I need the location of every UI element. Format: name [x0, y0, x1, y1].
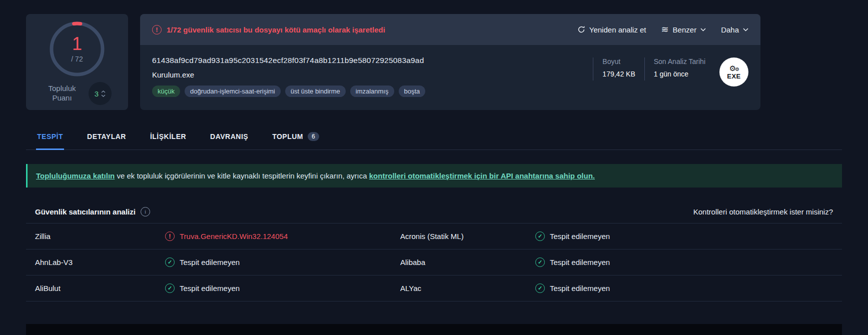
more-button[interactable]: Daha	[721, 26, 748, 34]
tag-chip[interactable]: boşta	[399, 86, 426, 97]
detection-result: ✓ Tespit edilemeyen	[165, 258, 400, 267]
verdict-text: 1/72 güvenlik satıcısı bu dosyayı kötü a…	[167, 26, 385, 34]
divider	[593, 58, 593, 80]
file-size-value: 179,42 KB	[602, 70, 635, 78]
community-join-banner: Topluluğumuza katılın ve ek topluluk içg…	[26, 164, 842, 188]
file-hash: 61438af9cd79ad931a95c2031542ecf28f03f74a…	[152, 56, 584, 65]
info-icon[interactable]: i	[141, 207, 150, 216]
tag-chip[interactable]: imzalanmış	[350, 86, 394, 97]
check-icon: ✓	[535, 284, 545, 293]
table-row: Zillia ! Truva.GenericKD.Win32.124054 Ac…	[26, 223, 842, 249]
join-community-link[interactable]: Topluluğumuza katılın	[36, 172, 115, 180]
file-tags: küçük doğrudan-işlemci-saat-erişimi üst …	[152, 86, 584, 97]
detections-count: 1	[72, 35, 82, 53]
detection-result: ! Truva.GenericKD.Win32.124054	[165, 232, 400, 241]
file-name: Kurulum.exe	[152, 70, 584, 79]
automate-checks-link[interactable]: Kontrolleri otomatikleştirmek ister misi…	[693, 208, 833, 216]
detection-result: ✓ Tespit edilemeyen	[535, 284, 842, 293]
vendors-analysis-title: Güvenlik satıcılarının analizi	[35, 208, 136, 216]
detections-total: / 72	[71, 55, 83, 63]
tab-details[interactable]: DETAYLAR	[86, 124, 127, 150]
community-score-value: 3	[95, 90, 99, 98]
tab-detection[interactable]: TESPİT	[36, 124, 64, 150]
tag-chip[interactable]: üst üste bindirme	[285, 86, 346, 97]
verdict-bar: ! 1/72 güvenlik satıcısı bu dosyayı kötü…	[140, 14, 760, 45]
last-analysis-value: 1 gün önce	[654, 70, 705, 78]
table-row: AliBulut ✓ Tespit edilemeyen ALYac ✓ Tes…	[26, 275, 842, 301]
warning-icon: !	[152, 25, 162, 34]
community-count-badge: 6	[308, 132, 319, 141]
tag-chip[interactable]: doğrudan-işlemci-saat-erişimi	[185, 86, 281, 97]
check-icon: ✓	[165, 284, 175, 293]
check-icon: ✓	[535, 232, 545, 241]
detection-result: ✓ Tespit edilemeyen	[165, 284, 400, 293]
detection-score-card: 1 / 72 Topluluk Puanı 3	[26, 14, 128, 110]
last-analysis-block: Son Analiz Tarihi 1 gün önce	[654, 58, 705, 78]
vendor-name: AliBulut	[35, 284, 165, 292]
exe-file-icon: ⚙⚙ EXE	[719, 58, 748, 86]
detection-score-gauge: 1 / 72	[48, 20, 106, 78]
vendor-name: Acronis (Statik ML)	[400, 232, 535, 240]
last-analysis-label: Son Analiz Tarihi	[654, 58, 705, 66]
chevron-down-icon	[700, 28, 706, 32]
file-type-label: EXE	[727, 72, 741, 80]
file-report-header: ! 1/72 güvenlik satıcısı bu dosyayı kötü…	[140, 14, 760, 110]
vendors-analysis-header: Güvenlik satıcılarının analizi i Kontrol…	[26, 200, 842, 223]
viewport-edge	[26, 324, 842, 335]
gear-icon: ⚙⚙	[729, 64, 738, 72]
detection-result: ✓ Tespit edilemeyen	[535, 232, 842, 241]
malicious-icon: !	[165, 232, 175, 241]
tab-community[interactable]: TOPLUM 6	[271, 124, 320, 150]
divider	[644, 58, 645, 80]
detection-result: ✓ Tespit edilemeyen	[535, 258, 842, 267]
refresh-icon	[577, 26, 585, 34]
check-icon: ✓	[535, 258, 545, 267]
vendor-name: AhnLab-V3	[35, 258, 165, 266]
table-row: AhnLab-V3 ✓ Tespit edilemeyen Alibaba ✓ …	[26, 249, 842, 275]
file-size-label: Boyut	[602, 58, 635, 66]
tab-behavior[interactable]: DAVRANIŞ	[209, 124, 249, 150]
vendor-name: Alibaba	[400, 258, 535, 266]
tab-relations[interactable]: İLİŞKİLER	[149, 124, 187, 150]
vendor-name: ALYac	[400, 284, 535, 292]
report-tabs: TESPİT DETAYLAR İLİŞKİLER DAVRANIŞ TOPLU…	[26, 124, 842, 150]
community-score-label: Topluluk Puanı	[43, 84, 82, 103]
downvote-icon[interactable]	[101, 94, 106, 97]
tag-chip[interactable]: küçük	[152, 86, 180, 97]
file-size-block: Boyut 179,42 KB	[602, 58, 635, 78]
banner-text: ve ek topluluk içgörülerinin ve kitle ka…	[115, 172, 369, 180]
similar-icon: ≋	[661, 25, 669, 34]
community-score-control[interactable]: 3	[89, 82, 112, 105]
api-key-link[interactable]: kontrolleri otomatikleştirmek için bir A…	[369, 172, 595, 180]
upvote-icon[interactable]	[101, 90, 106, 93]
reanalyze-button[interactable]: Yeniden analiz et	[577, 26, 646, 34]
vendor-name: Zillia	[35, 232, 165, 240]
chevron-down-icon	[743, 28, 748, 32]
check-icon: ✓	[165, 258, 175, 267]
vendors-table: Zillia ! Truva.GenericKD.Win32.124054 Ac…	[26, 223, 842, 324]
similar-button[interactable]: ≋ Benzer	[661, 25, 706, 34]
table-row	[26, 301, 842, 324]
